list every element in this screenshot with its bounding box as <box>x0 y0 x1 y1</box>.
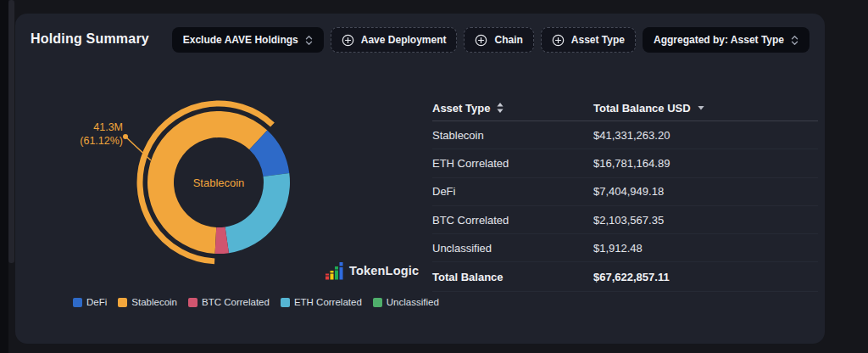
total-balance: $67,622,857.11 <box>593 271 818 283</box>
filter-aave-deployment-button[interactable]: Aave Deployment <box>331 27 458 53</box>
legend-swatch <box>281 298 290 307</box>
filter-label: Aave Deployment <box>361 34 447 46</box>
table-row[interactable]: Unclassified$1,912.48 <box>432 234 818 262</box>
plus-circle-icon <box>552 34 565 47</box>
chevron-updown-icon <box>791 35 798 46</box>
asset-type-cell: Stablecoin <box>432 129 593 142</box>
chevron-updown-icon <box>305 35 313 46</box>
total-label: Total Balance <box>432 271 593 283</box>
balance-cell: $16,781,164.89 <box>593 157 818 170</box>
legend-swatch <box>118 298 127 307</box>
legend-item[interactable]: BTC Correlated <box>188 297 270 307</box>
tokenlogic-logo-icon <box>326 261 343 280</box>
pie-segment[interactable] <box>225 173 290 253</box>
legend-label: ETH Correlated <box>294 297 362 307</box>
table-row[interactable]: BTC Correlated$2,103,567.35 <box>432 206 818 234</box>
filter-label: Chain <box>494 34 522 46</box>
page-title: Holding Summary <box>31 27 149 47</box>
legend-item[interactable]: DeFi <box>73 297 107 307</box>
table-row[interactable]: DeFi$7,404,949.18 <box>432 178 818 206</box>
legend-swatch <box>188 298 198 307</box>
filter-chain-button[interactable]: Chain <box>464 27 533 53</box>
table-header-row: Asset Type Total Balance USD <box>432 95 818 121</box>
filter-asset-type-button[interactable]: Asset Type <box>541 27 636 53</box>
callout-percent: (61.12%) <box>59 134 123 148</box>
tokenlogic-logo-text: TokenLogic <box>349 264 419 277</box>
holdings-table: Asset Type Total Balance USD Stablecoin$… <box>432 95 818 292</box>
sort-both-icon[interactable] <box>497 103 504 113</box>
balance-cell: $41,331,263.20 <box>593 129 818 142</box>
holding-summary-card: Holding Summary Exclude AAVE Holdings Aa… <box>15 14 825 344</box>
table-total-row: Total Balance $67,622,857.11 <box>432 262 818 292</box>
legend-item[interactable]: Stablecoin <box>118 297 177 307</box>
callout-value: 41.3M <box>59 120 123 134</box>
asset-type-cell: ETH Correlated <box>432 157 593 170</box>
asset-type-cell: BTC Correlated <box>432 214 593 227</box>
toolbar: Exclude AAVE Holdings Aave Deployment <box>172 27 810 53</box>
balance-cell: $2,103,567.35 <box>593 214 818 227</box>
tokenlogic-logo: TokenLogic <box>326 261 419 280</box>
column-header-total-balance[interactable]: Total Balance USD <box>593 102 691 115</box>
legend-item[interactable]: Unclassified <box>373 297 439 307</box>
filter-label: Asset Type <box>571 34 625 46</box>
callout-leader-line <box>120 132 158 165</box>
donut-chart[interactable] <box>134 98 303 267</box>
table-row[interactable]: ETH Correlated$16,781,164.89 <box>432 149 818 177</box>
legend-label: Unclassified <box>387 297 439 307</box>
legend-swatch <box>73 298 82 307</box>
aggregated-by-dropdown[interactable]: Aggregated by: Asset Type <box>643 27 810 53</box>
exclude-aave-holdings-dropdown[interactable]: Exclude AAVE Holdings <box>172 27 324 53</box>
scrollbar-thumb[interactable] <box>8 0 14 263</box>
column-header-asset-type[interactable]: Asset Type <box>432 102 490 115</box>
plus-circle-icon <box>342 34 354 47</box>
card-header: Holding Summary Exclude AAVE Holdings Aa… <box>15 14 825 53</box>
legend-label: DeFi <box>86 297 107 307</box>
legend-swatch <box>373 298 382 307</box>
sort-desc-icon[interactable] <box>698 106 704 110</box>
pie-callout-label: 41.3M (61.12%) <box>59 120 123 148</box>
table-body: Stablecoin$41,331,263.20ETH Correlated$1… <box>432 121 818 262</box>
balance-cell: $1,912.48 <box>593 242 818 255</box>
dropdown-label: Exclude AAVE Holdings <box>183 34 298 46</box>
table-row[interactable]: Stablecoin$41,331,263.20 <box>432 121 818 149</box>
left-edge-strip <box>0 0 8 353</box>
dropdown-label: Aggregated by: Asset Type <box>654 34 784 46</box>
legend-label: Stablecoin <box>131 297 177 307</box>
legend-item[interactable]: ETH Correlated <box>281 297 362 307</box>
asset-type-cell: DeFi <box>432 185 593 198</box>
balance-cell: $7,404,949.18 <box>593 185 818 198</box>
chart-legend: DeFiStablecoinBTC CorrelatedETH Correlat… <box>73 297 439 307</box>
legend-label: BTC Correlated <box>202 297 270 307</box>
plus-circle-icon <box>475 34 487 47</box>
asset-type-cell: Unclassified <box>432 242 593 255</box>
